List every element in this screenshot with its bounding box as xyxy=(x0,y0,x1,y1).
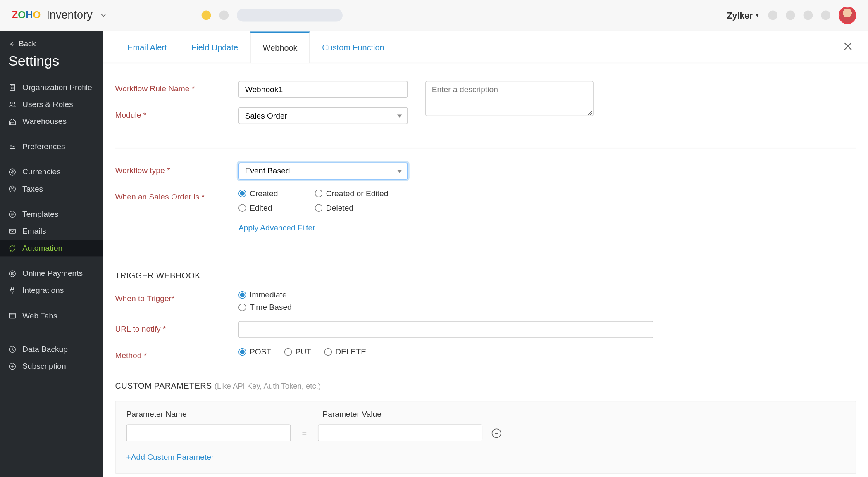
back-link[interactable]: Back xyxy=(0,39,103,53)
chevron-down-icon[interactable] xyxy=(100,11,108,19)
sidebar-item-label: Online Payments xyxy=(22,269,83,278)
workflow-type-select[interactable]: Event Based xyxy=(238,163,408,180)
radio-label: Deleted xyxy=(326,204,353,212)
radio-edited[interactable]: Edited xyxy=(238,204,315,212)
tab-webhook[interactable]: Webhook xyxy=(250,32,310,64)
sidebar-item-label: Data Backup xyxy=(22,345,68,354)
sidebar-item-automation[interactable]: Automation xyxy=(0,240,103,256)
tab-label: Email Alert xyxy=(128,43,167,52)
method-label: Method * xyxy=(115,348,239,360)
sidebar-item-payments[interactable]: Online Payments xyxy=(0,265,103,282)
svg-point-7 xyxy=(11,187,12,188)
equals-sign: = xyxy=(300,428,309,438)
org-name-label: Zylker xyxy=(727,10,753,20)
radio-label: Edited xyxy=(250,204,272,212)
sidebar-item-label: Taxes xyxy=(22,184,43,193)
logo-area[interactable]: ZOHO Inventory xyxy=(12,9,107,21)
sidebar-item-backup[interactable]: Data Backup xyxy=(0,341,103,358)
svg-point-2 xyxy=(10,144,12,145)
param-box: Parameter Name Parameter Value = − +Add … xyxy=(115,401,856,474)
arrow-left-icon xyxy=(8,40,15,47)
building-icon xyxy=(8,83,17,91)
users-icon xyxy=(8,100,17,108)
tab-field-update[interactable]: Field Update xyxy=(179,32,251,63)
add-param-link[interactable]: +Add Custom Parameter xyxy=(126,453,214,461)
radio-label: Created xyxy=(250,189,278,198)
module-select[interactable]: Sales Order xyxy=(238,107,408,124)
dollar-icon xyxy=(8,269,17,278)
svg-point-4 xyxy=(11,147,12,149)
sidebar: Back Settings Organization Profile Users… xyxy=(0,31,103,477)
sidebar-item-webtabs[interactable]: Web Tabs xyxy=(0,307,103,324)
radio-put[interactable]: PUT xyxy=(284,348,311,356)
topbar: ZOHO Inventory Zylker ▼ xyxy=(0,0,868,31)
param-value-header: Parameter Value xyxy=(323,410,487,418)
percent-icon xyxy=(8,185,17,193)
param-name-input[interactable] xyxy=(126,425,291,441)
radio-created-edited[interactable]: Created or Edited xyxy=(315,189,409,198)
sidebar-item-label: Web Tabs xyxy=(22,311,57,320)
remove-param-icon[interactable]: − xyxy=(492,428,501,438)
sidebar-item-label: Currencies xyxy=(22,167,61,176)
sliders-icon xyxy=(8,142,17,151)
mail-icon xyxy=(8,227,17,235)
tab-email-alert[interactable]: Email Alert xyxy=(115,32,179,63)
main: Email Alert Field Update Webhook Custom … xyxy=(103,31,868,477)
module-label: Module * xyxy=(115,107,239,120)
settings-title: Settings xyxy=(0,53,103,79)
radio-deleted[interactable]: Deleted xyxy=(315,204,409,212)
radio-created[interactable]: Created xyxy=(238,189,315,198)
sidebar-item-label: Users & Roles xyxy=(22,100,73,109)
sidebar-item-templates[interactable]: Templates xyxy=(0,206,103,223)
svg-point-8 xyxy=(13,190,14,190)
close-icon[interactable] xyxy=(842,40,854,52)
params-hint: (Like API Key, Auth Token, etc.) xyxy=(215,382,321,390)
plug-icon xyxy=(8,286,17,294)
param-name-header: Parameter Name xyxy=(126,410,291,418)
sidebar-item-subscription[interactable]: Subscription xyxy=(0,358,103,375)
sidebar-item-label: Emails xyxy=(22,227,46,235)
avatar[interactable] xyxy=(839,7,856,24)
svg-point-1 xyxy=(10,102,12,104)
org-switcher[interactable]: Zylker ▼ xyxy=(727,10,760,20)
sidebar-item-label: Integrations xyxy=(22,286,64,294)
when-trigger-label: When to Trigger* xyxy=(115,291,239,303)
radio-label: PUT xyxy=(296,348,311,356)
tab-custom-function[interactable]: Custom Function xyxy=(310,32,397,63)
sidebar-item-currencies[interactable]: Currencies xyxy=(0,163,103,180)
radio-label: DELETE xyxy=(336,348,367,356)
zoho-logo: ZOHO xyxy=(12,9,41,21)
warehouse-icon xyxy=(8,117,17,126)
sidebar-item-label: Preferences xyxy=(22,142,65,151)
radio-post[interactable]: POST xyxy=(238,348,271,356)
url-input[interactable] xyxy=(238,321,653,338)
sidebar-item-org-profile[interactable]: Organization Profile xyxy=(0,79,103,96)
tab-label: Custom Function xyxy=(322,43,384,52)
sidebar-item-warehouses[interactable]: Warehouses xyxy=(0,113,103,130)
params-title: CUSTOM PARAMETERS xyxy=(115,381,212,391)
param-value-input[interactable] xyxy=(318,425,482,441)
product-name: Inventory xyxy=(47,9,93,21)
tab-label: Field Update xyxy=(191,43,238,52)
tabs: Email Alert Field Update Webhook Custom … xyxy=(103,32,868,64)
sidebar-item-users[interactable]: Users & Roles xyxy=(0,96,103,113)
sidebar-item-preferences[interactable]: Preferences xyxy=(0,138,103,155)
radio-label: POST xyxy=(250,348,271,356)
sidebar-item-taxes[interactable]: Taxes xyxy=(0,180,103,197)
description-textarea[interactable] xyxy=(425,81,594,116)
sidebar-item-emails[interactable]: Emails xyxy=(0,223,103,240)
svg-rect-12 xyxy=(9,313,15,318)
svg-rect-10 xyxy=(9,229,15,233)
sidebar-item-label: Subscription xyxy=(22,362,66,370)
url-label: URL to notify * xyxy=(115,321,239,334)
rule-name-label: Workflow Rule Name * xyxy=(115,81,239,93)
sidebar-item-label: Warehouses xyxy=(22,117,67,126)
workflow-type-label: Workflow type * xyxy=(115,163,239,175)
radio-delete[interactable]: DELETE xyxy=(324,348,367,356)
rule-name-input[interactable] xyxy=(238,81,408,98)
refresh-icon xyxy=(8,244,17,252)
advanced-filter-link[interactable]: Apply Advanced Filter xyxy=(238,224,315,233)
sidebar-item-integrations[interactable]: Integrations xyxy=(0,282,103,299)
radio-immediate[interactable]: Immediate xyxy=(238,291,292,299)
radio-time-based[interactable]: Time Based xyxy=(238,303,292,312)
